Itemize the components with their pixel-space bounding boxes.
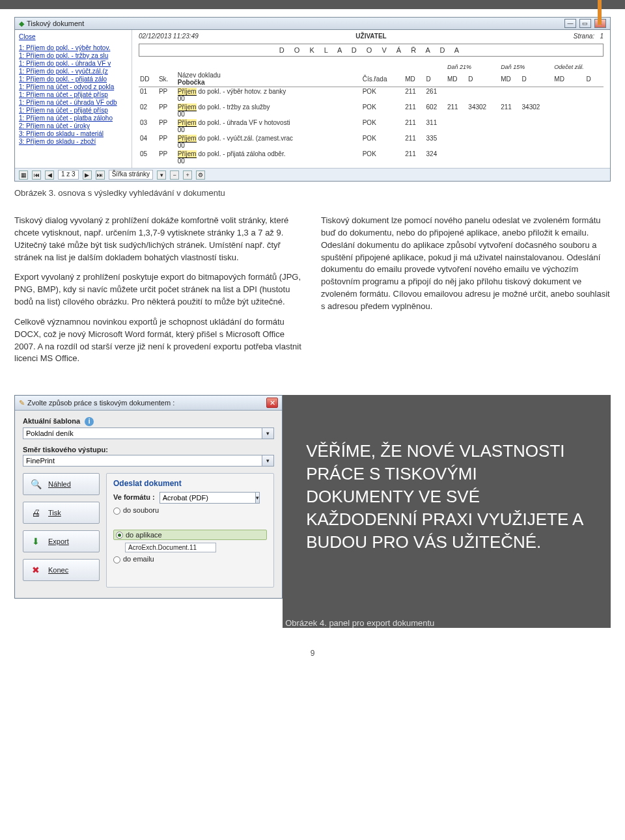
print-button[interactable]: 🖨 Tisk	[23, 502, 100, 524]
nav-icon[interactable]: ▦	[19, 170, 28, 180]
close-dialog-button[interactable]: ✖ Konec	[23, 559, 100, 581]
table-row: 02PPPříjem do pokl. - tržby za služby00P…	[139, 103, 604, 118]
minimize-button[interactable]: —	[564, 19, 576, 28]
page-number: 1	[600, 33, 604, 40]
titlebar: ◆ Tiskový dokument — ▭ ✕	[15, 18, 610, 30]
outline-item[interactable]: 1: Příjem na účet - úhrada VF odb	[19, 99, 128, 106]
zoom-out-button[interactable]: −	[170, 170, 179, 180]
report-title: D O K L A D O V Á Ř A D A	[139, 44, 604, 57]
table-row: 03PPPříjem do pokl. - úhrada VF v hotovo…	[139, 118, 604, 134]
export-dialog: ✎ Zvolte způsob práce s tiskovým dokumen…	[14, 395, 283, 599]
send-panel: Odeslat dokument Ve formátu : ▾ do soubo…	[106, 473, 274, 588]
format-label: Ve formátu :	[113, 493, 155, 501]
pull-quote: VĚŘÍME, ŽE NOVÉ VLASTNOSTI PRÁCE S TISKO…	[283, 395, 611, 599]
info-icon[interactable]: i	[85, 417, 94, 426]
zoom-dropdown-button[interactable]: ▾	[157, 170, 166, 180]
paragraph: Celkově významnou novinkou exportů je sc…	[14, 316, 304, 365]
outline-item[interactable]: 1: Příjem na účet - přijaté přísp	[19, 107, 128, 114]
close-link[interactable]: Close	[19, 33, 128, 40]
outline-item[interactable]: 1: Příjem do pokl. - přijatá zálo	[19, 75, 128, 83]
outline-item[interactable]: 2: Příjem na účet - úroky	[19, 122, 128, 129]
dialog-icon: ✎	[19, 399, 25, 407]
report-table: Daň 21% Daň 15% Odečet zál. DD Sk. Název…	[139, 63, 604, 165]
next-page-button[interactable]: ▶	[83, 170, 92, 180]
zoom-select[interactable]: Šířka stránky	[109, 170, 153, 180]
preview-button[interactable]: 🔍 Náhled	[23, 473, 100, 495]
settings-icon[interactable]: ⚙	[196, 170, 205, 180]
export-button[interactable]: ⬇ Export	[23, 530, 100, 552]
maximize-button[interactable]: ▭	[579, 19, 591, 28]
table-row: 05PPPříjem do pokl. - přijatá záloha odb…	[139, 150, 604, 165]
output-label: Směr tiskového výstupu:	[23, 446, 274, 454]
outline-item[interactable]: 3: Příjem do skladu - zboží	[19, 138, 128, 145]
paragraph: Tiskový dokument lze pomocí nového panel…	[321, 215, 611, 313]
send-title: Odeslat dokument	[113, 479, 267, 488]
page-number: 9	[14, 649, 611, 658]
outline-item[interactable]: 1: Příjem na účet - odvod z pokla	[19, 83, 128, 90]
chevron-down-icon[interactable]: ▾	[256, 492, 260, 504]
outline-item[interactable]: 1: Příjem do pokl. - tržby za slu	[19, 52, 128, 59]
dialog-title: Zvolte způsob práce s tiskovým dokumente…	[27, 399, 174, 407]
close-icon: ✖	[29, 563, 43, 577]
last-page-button[interactable]: ⏭	[96, 170, 105, 180]
format-select[interactable]	[160, 492, 256, 504]
statusbar: ▦ ⏮ ◀ 1 z 3 ▶ ⏭ Šířka stránky ▾ − + ⚙	[15, 168, 610, 181]
outline-sidebar: Close 1: Příjem do pokl. - výběr hotov. …	[15, 30, 132, 168]
outline-item[interactable]: 1: Příjem na účet - přijaté přísp	[19, 91, 128, 98]
outline-item[interactable]: 3: Příjem do skladu - materiál	[19, 130, 128, 137]
outline-item[interactable]: 1: Příjem do pokl. - výběr hotov.	[19, 44, 128, 51]
dialog-close-button[interactable]: ✕	[266, 398, 278, 408]
report-window: ◆ Tiskový dokument — ▭ ✕ Close 1: Příjem…	[14, 17, 611, 182]
zoom-in-button[interactable]: +	[183, 170, 192, 180]
output-select[interactable]	[23, 455, 262, 467]
radio-to-email[interactable]: do emailu	[113, 555, 267, 563]
paragraph: Tiskový dialog vyvolaný z prohlížení dok…	[14, 215, 304, 264]
export-icon: ⬇	[29, 534, 43, 549]
radio-to-file[interactable]: do souboru	[113, 506, 267, 515]
window-title: Tiskový dokument	[27, 20, 84, 27]
table-row: 01PPPříjem do pokl. - výběr hotov. z ban…	[139, 87, 604, 103]
chevron-down-icon[interactable]: ▾	[262, 455, 274, 467]
figure3-caption: Obrázek 3. osnova s výsledky vyhledávání…	[14, 188, 611, 198]
app-value: AcroExch.Document.11	[125, 543, 216, 552]
table-row: 04PPPříjem do pokl. - vyúčt.zál. (zamest…	[139, 134, 604, 150]
outline-item[interactable]: 1: Příjem do pokl. - úhrada VF v	[19, 60, 128, 67]
radio-to-app[interactable]: do aplikace	[113, 530, 267, 541]
report-user: UŽIVATEL	[294, 33, 449, 40]
outline-item[interactable]: 1: Příjem na účet - platba záloho	[19, 115, 128, 122]
report-datetime: 02/12/2013 11:23:49	[139, 33, 294, 40]
paragraph: Export vyvolaný z prohlížení poskytuje e…	[14, 271, 304, 308]
report-preview: 02/12/2013 11:23:49 UŽIVATEL Strana: 1 D…	[132, 30, 610, 168]
outline-item[interactable]: 1: Příjem do pokl. - vyúčt.zál.(z	[19, 68, 128, 75]
chevron-down-icon[interactable]: ▾	[262, 427, 274, 439]
prev-page-button[interactable]: ◀	[45, 170, 54, 180]
article-columns: Tiskový dialog vyvolaný z prohlížení dok…	[14, 215, 611, 373]
first-page-button[interactable]: ⏮	[32, 170, 41, 180]
magnifier-icon: 🔍	[29, 477, 43, 491]
printer-icon: 🖨	[29, 506, 43, 520]
app-icon: ◆	[19, 20, 24, 28]
page-label: Strana:	[574, 33, 594, 40]
figure4-caption: Obrázek 4. panel pro export dokumentu	[283, 599, 611, 628]
page-info: 1 z 3	[58, 170, 79, 180]
template-label: Aktuální šablona i	[23, 417, 274, 426]
template-select[interactable]	[23, 427, 262, 439]
